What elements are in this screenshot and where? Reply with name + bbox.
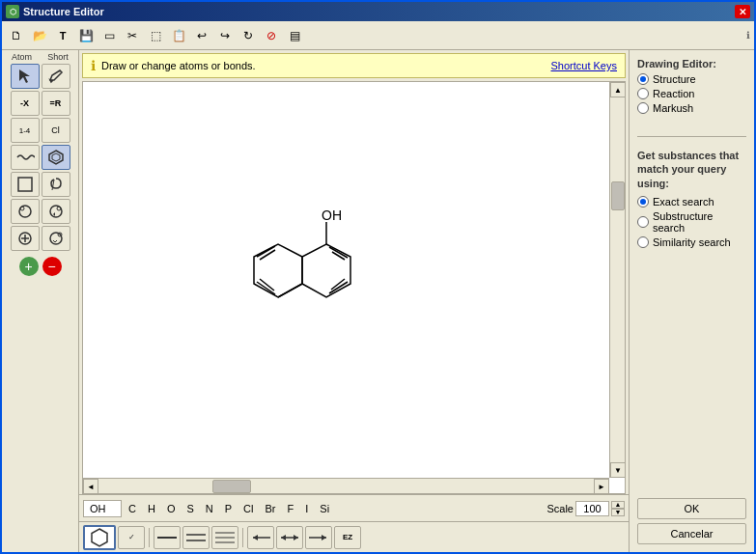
toolbar-new[interactable]: 🗋 — [6, 25, 27, 46]
scroll-right-arrow[interactable]: ► — [594, 479, 609, 494]
select-tool[interactable] — [11, 64, 40, 89]
markush-radio-label: Markush — [653, 102, 693, 114]
template-tool[interactable] — [42, 145, 70, 170]
structure-radio-dot[interactable] — [637, 73, 649, 85]
svg-marker-36 — [281, 535, 286, 540]
scale-up[interactable]: ▲ — [611, 501, 625, 509]
element-f[interactable]: F — [283, 501, 299, 516]
info-icon: ℹ — [91, 58, 96, 73]
substructure-dot[interactable] — [637, 216, 649, 228]
markush-radio-dot[interactable] — [637, 102, 649, 114]
scrollbar-vertical[interactable]: ▲ ▼ — [609, 82, 625, 478]
right-panel: Drawing Editor: Structure Reaction Marku… — [629, 50, 754, 552]
bond-tool[interactable] — [11, 172, 40, 197]
structure-radio[interactable]: Structure — [637, 73, 746, 85]
exact-search-radio[interactable]: Exact search — [637, 196, 746, 208]
query-tool[interactable]: Cl — [42, 118, 70, 143]
charge-tool[interactable] — [11, 226, 40, 251]
lasso-tool[interactable] — [42, 172, 70, 197]
svg-line-22 — [260, 250, 275, 260]
toolbar-paste[interactable]: 📋 — [168, 25, 189, 46]
tool-row-3: 1-4 Cl — [4, 118, 76, 143]
template-check[interactable]: ✓ — [118, 526, 145, 549]
scale-down[interactable]: ▼ — [611, 509, 625, 516]
substructure-radio[interactable]: Substructure search — [637, 210, 746, 234]
rotate-tool[interactable] — [11, 199, 40, 224]
scroll-down-arrow[interactable]: ▼ — [610, 462, 626, 478]
arrow-double[interactable] — [276, 526, 303, 549]
replace-tool[interactable]: =R — [42, 91, 70, 116]
separator1 — [149, 528, 150, 547]
current-atom[interactable]: OH — [83, 500, 122, 517]
element-cl[interactable]: Cl — [238, 501, 258, 516]
scale-spinner: ▲ ▼ — [611, 501, 625, 516]
element-i[interactable]: I — [300, 501, 313, 516]
toolbar-save[interactable]: 💾 — [75, 25, 97, 46]
scale-area: Scale ▲ ▼ — [546, 501, 625, 516]
toolbar-cut[interactable]: ✂ — [122, 25, 143, 46]
atom-label: Atom — [12, 52, 32, 62]
reaction-radio[interactable]: Reaction — [637, 88, 746, 99]
add-remove-buttons: + − — [4, 257, 76, 276]
left-panel: Atom Short -X =R 1-4 Cl — [2, 50, 79, 552]
scale-input[interactable] — [575, 501, 609, 516]
arrow-left[interactable] — [247, 526, 274, 549]
toolbar-stop[interactable]: ⊘ — [261, 25, 282, 46]
svg-text:OH: OH — [322, 208, 342, 223]
cancel-button[interactable]: Cancelar — [637, 523, 746, 544]
edit-tool[interactable] — [42, 64, 70, 89]
element-o[interactable]: O — [162, 501, 181, 516]
element-s[interactable]: S — [182, 501, 198, 516]
ring-tool[interactable]: 1-4 — [11, 118, 40, 143]
stereo-tool[interactable] — [42, 226, 70, 251]
hexagon-template[interactable] — [83, 525, 116, 550]
toolbar-refresh[interactable]: ↻ — [238, 25, 259, 46]
tool-row-7 — [4, 226, 76, 251]
similarity-radio[interactable]: Similarity search — [637, 236, 746, 248]
main-toolbar: 🗋 📂 T 💾 ▭ ✂ ⬚ 📋 ↩ ↪ ↻ ⊘ ▤ ℹ — [2, 21, 754, 50]
drawing-canvas[interactable]: OH — [82, 81, 626, 494]
tool-row-5 — [4, 172, 76, 197]
element-br[interactable]: Br — [261, 501, 281, 516]
erase-tool[interactable]: -X — [11, 91, 40, 116]
chain-tool[interactable] — [11, 145, 40, 170]
toolbar-open[interactable]: 📂 — [29, 25, 50, 46]
exact-search-dot[interactable] — [637, 196, 649, 208]
scroll-thumb-h[interactable] — [212, 480, 251, 493]
toolbar-copy[interactable]: ⬚ — [145, 25, 166, 46]
close-button[interactable]: ✕ — [735, 5, 750, 18]
element-c[interactable]: C — [124, 501, 141, 516]
double-bond[interactable] — [182, 526, 210, 549]
svg-marker-37 — [294, 535, 298, 540]
reaction-radio-dot[interactable] — [637, 88, 649, 99]
scroll-thumb-v[interactable] — [611, 181, 625, 210]
exact-search-label: Exact search — [653, 196, 714, 208]
remove-button[interactable]: − — [42, 257, 62, 276]
element-h[interactable]: H — [143, 501, 160, 516]
toolbar-undo[interactable]: ↩ — [191, 25, 212, 46]
scroll-up-arrow[interactable]: ▲ — [610, 82, 626, 97]
arrow-right[interactable] — [305, 526, 332, 549]
toolbar-redo[interactable]: ↪ — [214, 25, 236, 46]
add-button[interactable]: + — [19, 257, 39, 276]
toolbar-menu[interactable]: ▤ — [284, 25, 305, 46]
element-n[interactable]: N — [201, 501, 218, 516]
single-bond[interactable] — [154, 526, 181, 549]
separator2 — [242, 528, 243, 547]
toolbar-rect[interactable]: ▭ — [98, 25, 120, 46]
toolbar-text[interactable]: T — [52, 25, 73, 46]
scroll-left-arrow[interactable]: ◄ — [83, 479, 98, 494]
element-p[interactable]: P — [220, 501, 237, 516]
ez-label[interactable]: EZ — [334, 526, 361, 549]
triple-bond[interactable] — [211, 526, 238, 549]
svg-rect-2 — [18, 178, 32, 191]
markush-radio[interactable]: Markush — [637, 102, 746, 114]
similarity-dot[interactable] — [637, 236, 649, 248]
atom-toolbar: OH C H O S N P Cl Br F I Si Scale ▲ ▼ — [79, 494, 629, 521]
short-label: Short — [47, 52, 69, 62]
ok-button[interactable]: OK — [637, 498, 746, 519]
shortcut-keys-link[interactable]: Shortcut Keys — [551, 60, 617, 71]
scrollbar-horizontal[interactable]: ◄ ► — [83, 478, 609, 493]
flip-tool[interactable] — [42, 199, 70, 224]
element-si[interactable]: Si — [315, 501, 334, 516]
